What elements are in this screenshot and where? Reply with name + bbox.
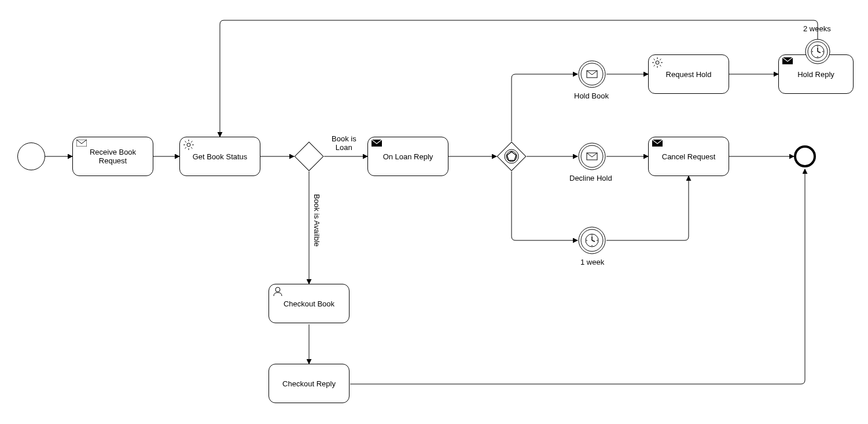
- event-label-two-weeks: 2 weeks: [803, 24, 831, 33]
- task-label: On Loan Reply: [383, 152, 433, 161]
- task-label: Checkout Reply: [282, 379, 336, 388]
- task-label: Receive Book Request: [90, 148, 136, 165]
- event-label-one-week: 1 week: [580, 258, 604, 266]
- task-checkout-book[interactable]: Checkout Book: [269, 284, 350, 323]
- task-get-book-status[interactable]: Get Book Status: [179, 137, 260, 176]
- task-label: Request Hold: [666, 70, 712, 79]
- bpmn-canvas: Receive Book Request Get Book Status Boo…: [0, 0, 868, 424]
- boundary-timer-two-weeks[interactable]: [804, 38, 831, 65]
- task-checkout-reply[interactable]: Checkout Reply: [269, 364, 350, 403]
- envelope-icon: [76, 140, 87, 148]
- event-decline-hold[interactable]: [578, 142, 606, 171]
- edge-label-book-is-available: Book is Availble: [312, 194, 321, 247]
- gear-icon: [652, 57, 663, 70]
- event-label-decline-hold: Decline Hold: [569, 174, 612, 182]
- edge-label-book-is-loan: Book is Loan: [332, 134, 356, 152]
- event-label-hold-book: Hold Book: [574, 92, 609, 100]
- user-icon: [273, 287, 283, 299]
- task-cancel-request[interactable]: Cancel Request: [648, 137, 729, 176]
- end-event[interactable]: [794, 145, 816, 167]
- envelope-black-icon: [652, 140, 663, 148]
- gear-icon: [183, 140, 194, 152]
- envelope-black-icon: [372, 140, 382, 148]
- event-gateway-inner-icon: [503, 148, 520, 165]
- event-one-week-timer[interactable]: [578, 226, 606, 255]
- task-label: Get Book Status: [193, 152, 248, 161]
- start-event[interactable]: [17, 142, 45, 170]
- task-on-loan-reply[interactable]: On Loan Reply: [367, 137, 448, 176]
- task-receive-book-request[interactable]: Receive Book Request: [72, 137, 153, 176]
- event-hold-book[interactable]: [578, 60, 606, 89]
- exclusive-gateway[interactable]: [295, 142, 324, 171]
- envelope-black-icon: [782, 57, 793, 66]
- task-label: Checkout Book: [284, 299, 334, 308]
- task-label: Hold Reply: [797, 70, 834, 79]
- task-request-hold[interactable]: Request Hold: [648, 54, 729, 94]
- task-label: Cancel Request: [662, 152, 716, 161]
- bpmn-flows: [0, 0, 868, 424]
